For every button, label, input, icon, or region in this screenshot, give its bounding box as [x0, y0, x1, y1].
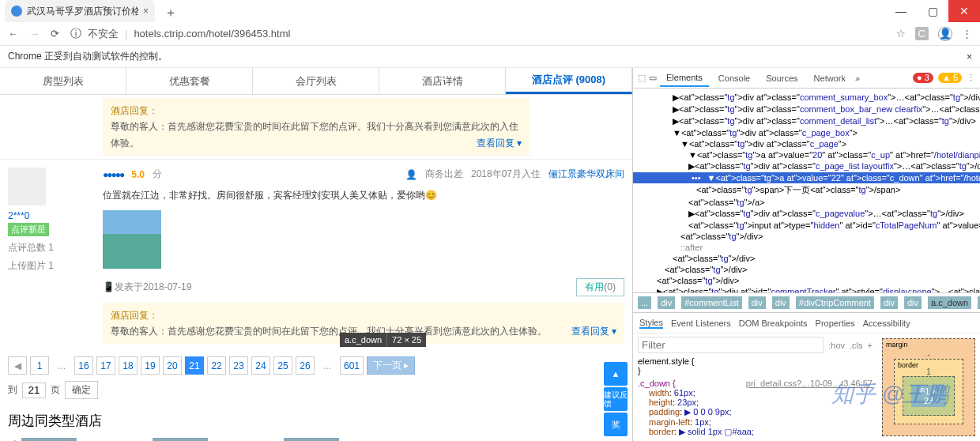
inspect-tooltip: a.c_down72 × 25	[340, 333, 426, 347]
reply-title: 酒店回复：	[111, 103, 522, 119]
reply-more-2[interactable]: 查看回复 ▾	[571, 323, 616, 339]
nearby-title: 周边同类型酒店	[0, 404, 632, 438]
score-unit: 分	[153, 168, 162, 181]
automation-info: Chrome 正受到自动测试软件的控制。	[8, 50, 168, 63]
comment-image[interactable]	[103, 210, 161, 269]
reply-title-2: 酒店回复：	[111, 307, 616, 323]
new-tab-button[interactable]: ＋	[164, 5, 177, 22]
subtab-props[interactable]: Properties	[816, 318, 855, 328]
tab-halls[interactable]: 会厅列表	[253, 68, 379, 94]
subtab-listeners[interactable]: Event Listeners	[671, 318, 731, 328]
page-21[interactable]: 21	[185, 356, 204, 375]
goto-input[interactable]	[22, 383, 46, 398]
tab-details[interactable]: 酒店详情	[379, 68, 506, 94]
hotel-card[interactable]: 武汉江城明珠...	[21, 438, 146, 441]
user-badge: 点评新星	[8, 223, 49, 236]
page-22[interactable]: 22	[207, 356, 226, 375]
room-link[interactable]: 俪江景豪华双床间	[548, 168, 624, 181]
forward-button[interactable]: →	[29, 28, 40, 40]
dt-menu-icon[interactable]: ⋮	[967, 73, 975, 83]
checkin-date: 2018年07月入住	[471, 168, 541, 181]
hov-toggle[interactable]: :hov	[828, 341, 845, 350]
inspect-icon[interactable]: ⬚	[638, 73, 646, 83]
tab-packages[interactable]: 优惠套餐	[126, 68, 253, 94]
tab-rooms[interactable]: 房型列表	[0, 68, 126, 94]
goto-ok[interactable]: 确定	[65, 381, 98, 399]
prev-hotel-icon[interactable]: ◀	[8, 438, 15, 441]
browser-tab[interactable]: 武汉马哥孚罗酒店预订价格,联系... ×	[5, 0, 155, 22]
page-19[interactable]: 19	[141, 356, 160, 375]
breadcrumb[interactable]: ...div#commentListdivdiv#divCtripComment…	[633, 292, 980, 312]
posted-date: 发表于2018-07-19	[115, 281, 191, 294]
close-window-button[interactable]: ✕	[948, 0, 980, 22]
page-18[interactable]: 18	[119, 356, 138, 375]
devtools-panel: ⬚ ▭ Elements Console Sources Network » ●…	[632, 68, 980, 441]
stat-photos: 上传图片 1	[8, 259, 103, 273]
dom-tree[interactable]: ▶<at">class="tg">div at">class="comment_…	[633, 89, 980, 292]
star-icon[interactable]: ☆	[896, 28, 906, 40]
hotel-card[interactable]: 武汉汇豪大酒店	[284, 438, 410, 441]
comment-row: 2***0 点评新星 点评总数 1 上传图片 1 ●●●●● 5.0 分 👤 商…	[0, 159, 632, 350]
page-last[interactable]: 601	[340, 356, 364, 375]
styles-filter[interactable]	[638, 337, 824, 353]
dt-tab-console[interactable]: Console	[712, 70, 756, 86]
username[interactable]: 2***0	[8, 210, 103, 221]
dt-tab-sources[interactable]: Sources	[760, 70, 804, 86]
subtab-styles[interactable]: Styles	[639, 318, 663, 329]
comment-text: 位置就在江边，非常好找。房间很舒服，宾客经理刘安琪人美又体贴，爱你哟😊	[103, 187, 624, 203]
hotel-reply-box: 酒店回复： 尊敬的客人：首先感谢您花费宝贵的时间在此留下您的点评。我们十分高兴看…	[103, 98, 530, 156]
score: 5.0	[131, 169, 145, 180]
reply-body-2: 尊敬的客人：首先感谢您花费宝贵的时间在此留下您的点评。我们十分高兴看到您满意此次…	[111, 326, 547, 337]
page-1[interactable]: 1	[30, 356, 49, 375]
rule-sel: element.style {	[638, 356, 695, 366]
page-24[interactable]: 24	[251, 356, 270, 375]
subtab-dom-bp[interactable]: DOM Breakpoints	[739, 318, 808, 328]
scroll-top-button[interactable]: ▲	[604, 362, 628, 386]
page-20[interactable]: 20	[163, 356, 182, 375]
useful-button[interactable]: 有用(0)	[576, 278, 624, 296]
page-23[interactable]: 23	[229, 356, 248, 375]
subtab-a11y[interactable]: Accessibility	[863, 318, 910, 328]
page-prev[interactable]: ◀	[8, 356, 27, 375]
rating-dots-icon: ●●●●●	[103, 169, 123, 180]
back-button[interactable]: ←	[8, 28, 18, 40]
profile-icon[interactable]: 👤	[938, 27, 952, 41]
close-infobar-icon[interactable]: ×	[967, 51, 972, 62]
reward-button[interactable]: 奖	[604, 413, 628, 436]
add-style-icon[interactable]: +	[868, 341, 873, 350]
dt-tab-elements[interactable]: Elements	[660, 70, 709, 87]
reply-more[interactable]: 查看回复 ▾	[477, 135, 522, 151]
page-16[interactable]: 16	[74, 356, 93, 375]
menu-icon[interactable]: ⋮	[962, 28, 972, 40]
cls-toggle[interactable]: .cls	[850, 341, 863, 350]
phone-icon: 📱	[103, 281, 115, 292]
warning-count[interactable]: ▲ 5	[938, 73, 962, 83]
page-26[interactable]: 26	[296, 356, 315, 375]
hotel-card[interactable]: 武汉丹枫白露...	[153, 438, 277, 441]
more-tabs-icon[interactable]: »	[855, 74, 860, 83]
page-next[interactable]: 下一页 ▸	[367, 356, 415, 375]
page-25[interactable]: 25	[273, 356, 292, 375]
error-count[interactable]: ● 3	[913, 73, 933, 83]
goto-page: 页	[51, 383, 60, 397]
tab-title: 武汉马哥孚罗酒店预订价格,联系...	[27, 5, 138, 18]
goto-to: 到	[8, 383, 17, 397]
minimize-button[interactable]: —	[885, 0, 917, 22]
rule-src[interactable]: pri_detail.css?…10-09…t3.46:57	[746, 379, 873, 388]
ext-badge[interactable]: C	[915, 27, 929, 40]
rule-sel-2: .c_down {	[638, 379, 676, 388]
hotel-tabs: 房型列表 优惠套餐 会厅列表 酒店详情 酒店点评 (9008)	[0, 68, 632, 95]
reload-button[interactable]: ⟳	[51, 28, 59, 40]
tab-reviews[interactable]: 酒店点评 (9008)	[506, 68, 632, 94]
maximize-button[interactable]: ▢	[917, 0, 948, 22]
trip-icon: 👤	[405, 169, 417, 180]
favicon-icon	[11, 6, 22, 17]
url-text[interactable]: hotels.ctrip.com/hotel/396453.html	[134, 28, 290, 40]
feedback-button[interactable]: 建议反馈	[604, 387, 628, 411]
info-icon[interactable]: ⓘ	[70, 27, 81, 41]
device-icon[interactable]: ▭	[649, 73, 657, 83]
dt-tab-network[interactable]: Network	[808, 70, 852, 86]
avatar	[8, 168, 46, 205]
close-tab-icon[interactable]: ×	[143, 6, 149, 17]
page-17[interactable]: 17	[96, 356, 115, 375]
